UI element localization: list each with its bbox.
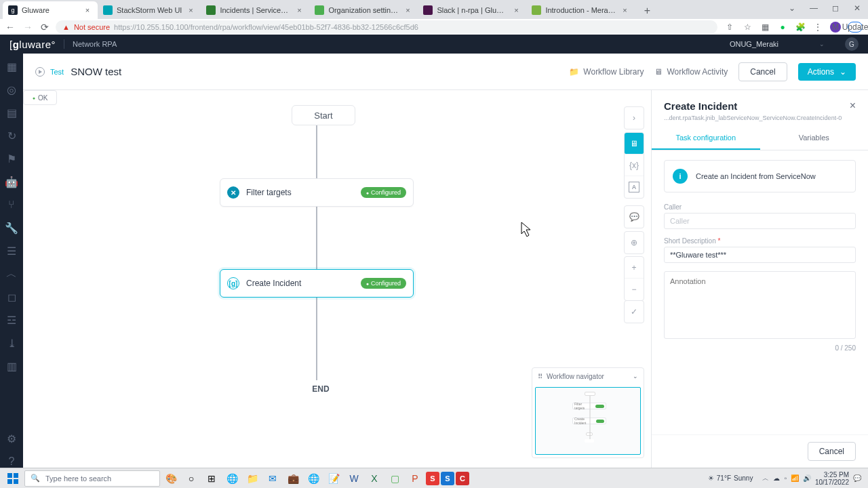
puzzle-icon[interactable]: 🧩: [795, 22, 806, 33]
onedrive-icon[interactable]: ☁: [773, 474, 780, 482]
mail-icon[interactable]: ✉: [263, 470, 282, 487]
zoom-in-icon[interactable]: +: [625, 257, 644, 279]
start-button[interactable]: [3, 470, 23, 487]
org-selector[interactable]: ONUG_Meraki ⌄: [730, 40, 825, 48]
star-icon[interactable]: ☆: [742, 22, 753, 33]
clock[interactable]: 3:25 PM 10/17/2022: [815, 471, 849, 486]
edge-icon[interactable]: 🌐: [222, 470, 241, 487]
robot-icon[interactable]: 🤖: [5, 176, 18, 188]
check-icon[interactable]: ✓: [625, 301, 644, 323]
caller-input[interactable]: [664, 213, 856, 229]
tab-slack[interactable]: Slack | n-rpa | Gluware-N-RPA ×: [418, 1, 526, 19]
zoom-out-icon[interactable]: −: [625, 279, 644, 300]
app-icon[interactable]: C: [456, 472, 469, 485]
tab-gluware[interactable]: g Gluware ×: [3, 1, 98, 19]
variable-icon[interactable]: {x}: [625, 155, 644, 176]
flag-icon[interactable]: ⚑: [5, 152, 18, 165]
db-icon[interactable]: ☰: [5, 245, 18, 257]
chevron-down-icon[interactable]: ⌄: [784, 1, 800, 15]
close-icon[interactable]: ×: [186, 5, 195, 15]
notepad-icon[interactable]: 📝: [324, 470, 343, 487]
workflow-library-link[interactable]: 📁 Workflow Library: [569, 67, 644, 77]
volume-icon[interactable]: 🔊: [803, 474, 811, 482]
close-icon[interactable]: ×: [83, 5, 92, 15]
weather-widget[interactable]: ☀ 71°F Sunny: [708, 474, 753, 482]
sync-icon[interactable]: ↻: [5, 129, 18, 142]
window-icon[interactable]: ◻: [5, 291, 18, 303]
profile-badge[interactable]: G: [845, 37, 859, 51]
close-icon[interactable]: ×: [620, 5, 629, 15]
text-icon[interactable]: A: [629, 182, 639, 192]
annotation-textarea[interactable]: [664, 271, 856, 339]
ext-icon[interactable]: ▦: [760, 22, 770, 33]
app-icon[interactable]: S: [426, 472, 439, 485]
comment-icon[interactable]: 💬: [625, 206, 644, 228]
url-bar[interactable]: ▲ Not secure https://10.255.150.100/fron…: [56, 20, 717, 34]
grid-icon[interactable]: ▦: [5, 60, 18, 73]
chevron-up-icon[interactable]: ︿: [762, 474, 769, 483]
tab-meraki-dash[interactable]: Introduction - Meraki-Dashboard ×: [526, 1, 635, 19]
back-icon[interactable]: ←: [5, 22, 15, 33]
navigator-minimap[interactable]: Filter targets Create Incident: [535, 387, 641, 455]
excel-icon[interactable]: X: [365, 470, 384, 487]
profile-avatar[interactable]: M: [830, 22, 841, 33]
start-node[interactable]: Start: [292, 105, 355, 125]
word-icon[interactable]: W: [344, 470, 363, 487]
app-icon[interactable]: ▢: [385, 470, 404, 487]
ok-node[interactable]: OK: [23, 90, 57, 105]
filter-targets-node[interactable]: ✕ Filter targets Configured: [220, 178, 414, 207]
gear-icon[interactable]: ⚙: [5, 432, 18, 445]
task-view-icon[interactable]: ⊞: [202, 470, 221, 487]
close-icon[interactable]: ×: [294, 5, 304, 15]
update-button[interactable]: Update: [848, 22, 863, 33]
powerpoint-icon[interactable]: P: [406, 470, 425, 487]
tab-meraki-org[interactable]: Organization settings - Meraki D ×: [309, 1, 418, 19]
short-description-input[interactable]: [664, 247, 856, 263]
tray-icon[interactable]: ▫: [784, 474, 787, 482]
tab-stackstorm[interactable]: StackStorm Web UI ×: [98, 1, 201, 19]
locate-icon[interactable]: ⊕: [625, 232, 644, 253]
tab-variables[interactable]: Variables: [760, 127, 869, 150]
new-tab-button[interactable]: +: [639, 3, 655, 19]
stack-icon[interactable]: ☲: [5, 314, 18, 326]
ext-icon[interactable]: ●: [777, 22, 788, 33]
tab-servicenow[interactable]: Incidents | ServiceNow ×: [201, 1, 309, 19]
minimize-icon[interactable]: —: [806, 1, 822, 15]
news-icon[interactable]: 🎨: [161, 470, 180, 487]
panel-cancel-button[interactable]: Cancel: [808, 442, 856, 461]
app-icon[interactable]: 💼: [283, 470, 302, 487]
chevron-up-icon[interactable]: ︿: [5, 268, 18, 280]
wifi-icon[interactable]: 📶: [791, 474, 799, 482]
cortana-icon[interactable]: ○: [182, 470, 201, 487]
taskbar-search[interactable]: 🔍 Type here to search: [24, 470, 160, 487]
menu-icon[interactable]: ⋮: [812, 22, 823, 33]
app-icon[interactable]: S: [441, 472, 454, 485]
server-icon[interactable]: ▥: [5, 360, 18, 372]
navigator-header[interactable]: ⠿ Workflow navigator ⌄: [532, 368, 644, 384]
monitor-icon[interactable]: 🖥: [625, 133, 644, 155]
chevron-right-icon[interactable]: ›: [625, 107, 644, 129]
help-icon[interactable]: ?: [5, 455, 18, 468]
create-incident-node[interactable]: [g] Create Incident Configured: [220, 269, 414, 298]
tab-task-configuration[interactable]: Task configuration: [652, 127, 760, 150]
layers-icon[interactable]: ▤: [5, 106, 18, 119]
explorer-icon[interactable]: 📁: [243, 470, 262, 487]
close-window-icon[interactable]: ✕: [849, 1, 865, 15]
chrome-icon[interactable]: 🌐: [304, 470, 323, 487]
notifications-icon[interactable]: 💬: [853, 474, 861, 482]
wrench-icon[interactable]: 🔧: [5, 222, 18, 234]
close-icon[interactable]: ×: [403, 5, 412, 15]
close-icon[interactable]: ×: [850, 100, 856, 112]
end-node[interactable]: END: [297, 380, 344, 398]
actions-button[interactable]: Actions ⌄: [798, 63, 856, 81]
target-icon[interactable]: ◎: [5, 83, 18, 96]
play-button[interactable]: [35, 67, 45, 77]
logo[interactable]: [gluware°: [9, 39, 56, 50]
forward-icon[interactable]: →: [23, 22, 33, 33]
share-icon[interactable]: ⇧: [724, 22, 735, 33]
branch-icon[interactable]: ⑂: [5, 199, 18, 211]
cancel-button[interactable]: Cancel: [738, 62, 787, 81]
workflow-activity-link[interactable]: 🖥 Workflow Activity: [654, 67, 728, 77]
close-icon[interactable]: ×: [511, 5, 521, 15]
maximize-icon[interactable]: ◻: [827, 1, 844, 15]
